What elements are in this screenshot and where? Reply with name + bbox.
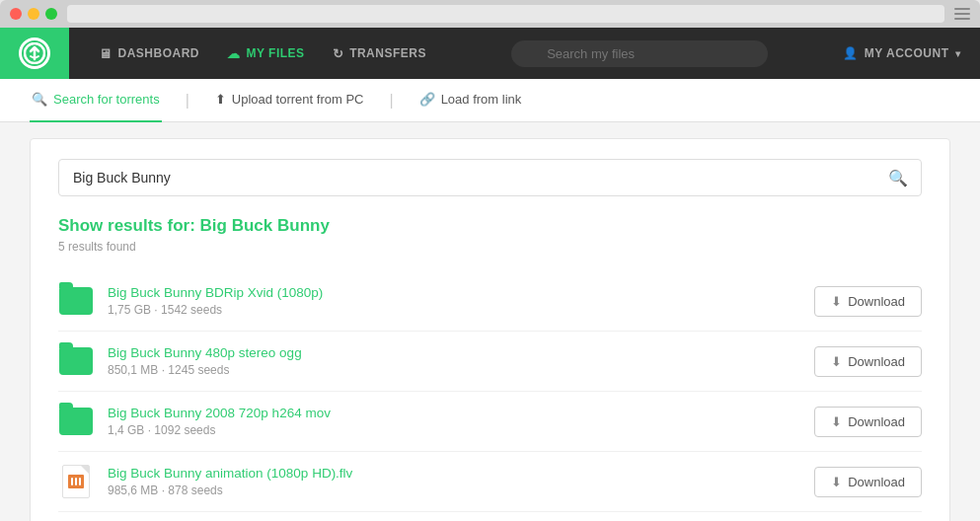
results-count: 5 results found [58, 240, 922, 254]
result-item: Big Buck Bunny 2008 HDRip Xvid avi 532 M… [58, 512, 922, 521]
download-label: Download [848, 414, 905, 429]
logo-icon [19, 37, 50, 69]
navbar: 🖥 DASHBOARD ☁ MY FILES ↻ TRANSFERS 🔍 👤 M… [0, 28, 980, 79]
download-icon: ⬇ [831, 475, 842, 489]
tab-search-torrents[interactable]: 🔍 Search for torrents [30, 79, 162, 122]
download-button[interactable]: ⬇ Download [814, 286, 922, 317]
results-query-highlight: Big Buck Bunny [200, 216, 330, 235]
nav-item-my-files[interactable]: ☁ MY FILES [213, 28, 319, 79]
maximize-button[interactable] [45, 8, 57, 20]
search-torrents-icon: 🔍 [32, 92, 47, 107]
result-item: Big Buck Bunny animation (1080p HD).flv … [58, 452, 922, 512]
result-title[interactable]: Big Buck Bunny animation (1080p HD).flv [108, 466, 814, 481]
result-title[interactable]: Big Buck Bunny 480p stereo ogg [108, 345, 814, 360]
nav-dashboard-label: DASHBOARD [118, 46, 200, 60]
result-item: Big Buck Bunny BDRip Xvid (1080p) 1,75 G… [58, 271, 922, 332]
upload-icon: ⬆ [215, 92, 226, 107]
result-info: Big Buck Bunny 480p stereo ogg 850,1 MB … [108, 345, 814, 377]
result-meta: 985,6 MB · 878 seeds [108, 484, 814, 497]
logo[interactable] [0, 28, 69, 79]
main-panel: 🔍 Show results for: Big Buck Bunny 5 res… [30, 138, 950, 521]
link-icon: 🔗 [419, 92, 435, 107]
transfers-icon: ↻ [333, 46, 344, 61]
file-icon [58, 404, 94, 439]
download-button[interactable]: ⬇ Download [814, 346, 922, 377]
cloud-icon: ☁ [227, 46, 241, 61]
tab-upload-label: Upload torrent from PC [232, 92, 364, 107]
nav-account[interactable]: 👤 MY ACCOUNT ▾ [823, 46, 980, 60]
tab-load-link[interactable]: 🔗 Load from link [417, 79, 524, 122]
nav-search-input[interactable] [511, 40, 768, 67]
search-wrap: 🔍 [511, 40, 768, 67]
result-item: Big Buck Bunny 2008 720p h264 mov 1,4 GB… [58, 392, 922, 452]
folder-icon [59, 408, 93, 435]
address-bar[interactable] [67, 5, 944, 23]
nav-myfiles-label: MY FILES [247, 46, 305, 60]
download-label: Download [848, 354, 905, 369]
tab-divider-1: | [186, 92, 189, 110]
search-submit-icon[interactable]: 🔍 [888, 169, 908, 187]
nav-item-dashboard[interactable]: 🖥 DASHBOARD [85, 28, 213, 79]
tab-upload-torrent[interactable]: ⬆ Upload torrent from PC [213, 79, 366, 122]
account-icon: 👤 [843, 46, 859, 60]
minimize-button[interactable] [28, 8, 39, 20]
folder-icon [59, 287, 93, 315]
file-icon [58, 343, 94, 379]
content: 🔍 Search for torrents | ⬆ Upload torrent… [0, 79, 980, 521]
tab-search-torrents-label: Search for torrents [53, 92, 160, 107]
nav-links: 🖥 DASHBOARD ☁ MY FILES ↻ TRANSFERS [69, 28, 456, 79]
download-label: Download [848, 475, 905, 489]
folder-icon [59, 347, 93, 375]
dashboard-icon: 🖥 [99, 46, 113, 61]
result-title[interactable]: Big Buck Bunny 2008 720p h264 mov [108, 406, 814, 420]
chevron-down-icon: ▾ [955, 48, 961, 59]
results-list: Big Buck Bunny BDRip Xvid (1080p) 1,75 G… [58, 271, 922, 521]
close-button[interactable] [10, 8, 22, 20]
tab-load-link-label: Load from link [441, 92, 522, 107]
results-heading: Show results for: Big Buck Bunny [58, 216, 922, 236]
download-icon: ⬇ [831, 414, 842, 429]
result-info: Big Buck Bunny animation (1080p HD).flv … [108, 466, 814, 497]
torrent-search-input[interactable] [58, 159, 922, 196]
download-button[interactable]: ⬇ Download [814, 467, 922, 497]
video-file-icon [62, 465, 90, 498]
result-meta: 1,4 GB · 1092 seeds [108, 423, 814, 437]
nav-transfers-label: TRANSFERS [349, 46, 426, 60]
nav-item-transfers[interactable]: ↻ TRANSFERS [319, 28, 440, 79]
search-input-wrap: 🔍 [58, 159, 922, 196]
results-heading-prefix: Show results for: [58, 216, 195, 235]
download-icon: ⬇ [831, 354, 842, 369]
download-icon: ⬇ [831, 294, 842, 309]
result-item: Big Buck Bunny 480p stereo ogg 850,1 MB … [58, 332, 922, 392]
result-meta: 850,1 MB · 1245 seeds [108, 363, 814, 377]
menu-icon[interactable] [954, 8, 970, 20]
tab-divider-2: | [389, 92, 393, 110]
result-info: Big Buck Bunny BDRip Xvid (1080p) 1,75 G… [108, 285, 814, 317]
download-button[interactable]: ⬇ Download [814, 407, 922, 437]
traffic-lights [10, 8, 57, 20]
window-chrome [0, 0, 980, 28]
tabs-bar: 🔍 Search for torrents | ⬆ Upload torrent… [0, 79, 980, 122]
result-meta: 1,75 GB · 1542 seeds [108, 303, 814, 317]
film-strip-icon [68, 475, 84, 488]
nav-search: 🔍 [456, 40, 823, 67]
download-label: Download [848, 294, 905, 309]
file-icon [58, 283, 94, 319]
result-info: Big Buck Bunny 2008 720p h264 mov 1,4 GB… [108, 406, 814, 437]
account-label: MY ACCOUNT [865, 46, 949, 60]
file-icon [58, 464, 94, 499]
result-title[interactable]: Big Buck Bunny BDRip Xvid (1080p) [108, 285, 814, 300]
